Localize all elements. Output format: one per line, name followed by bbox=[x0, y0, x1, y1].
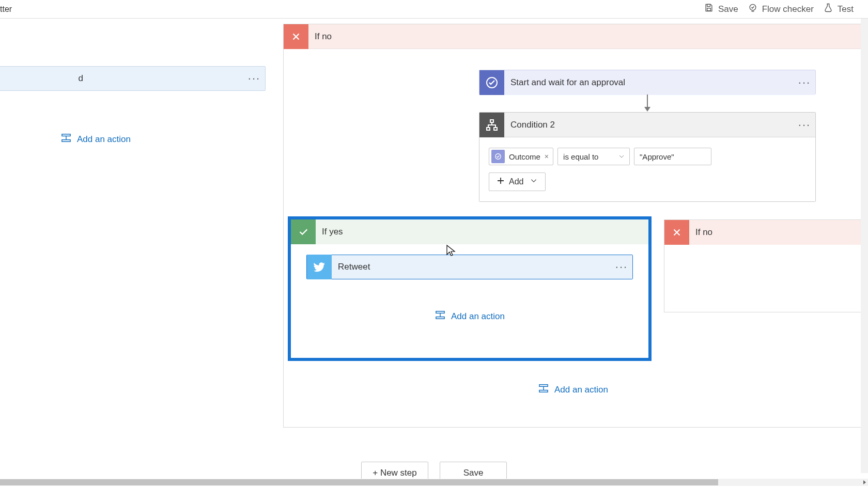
remove-token-icon[interactable]: × bbox=[545, 152, 549, 161]
left-add-action-label: Add an action bbox=[77, 134, 131, 145]
svg-rect-3 bbox=[62, 134, 70, 136]
horizontal-scrollbar-thumb[interactable] bbox=[0, 479, 718, 485]
outer-add-action-label: Add an action bbox=[554, 385, 608, 395]
condition-more-icon[interactable]: ··· bbox=[794, 118, 815, 132]
save-button[interactable]: Save bbox=[704, 3, 738, 15]
inner-if-no-header[interactable]: If no bbox=[664, 220, 868, 245]
outcome-token-label: Outcome bbox=[509, 152, 540, 161]
retweet-more-icon[interactable]: ··· bbox=[611, 260, 632, 274]
condition-body: Outcome × is equal to "Approve" Add bbox=[479, 137, 815, 201]
flow-checker-button[interactable]: Flow checker bbox=[748, 3, 814, 15]
svg-rect-4 bbox=[62, 140, 70, 142]
page-title-fragment: tter bbox=[0, 5, 12, 14]
outer-if-no-label: If no bbox=[308, 32, 332, 42]
chevron-down-icon bbox=[618, 153, 625, 162]
flow-checker-label: Flow checker bbox=[762, 4, 814, 14]
svg-rect-10 bbox=[436, 311, 444, 313]
partial-action-card[interactable]: d ··· bbox=[0, 66, 266, 91]
condition-value-input[interactable]: "Approve" bbox=[634, 148, 711, 165]
inner-if-no-label: If no bbox=[689, 227, 712, 238]
x-icon bbox=[664, 220, 689, 245]
new-step-label: + New step bbox=[373, 468, 417, 478]
partial-action-card-title: d bbox=[0, 73, 243, 84]
inner-if-no-branch[interactable]: If no Add an action bbox=[664, 219, 868, 312]
if-yes-add-action-button[interactable]: Add an action bbox=[291, 310, 648, 322]
inner-if-yes-label: If yes bbox=[316, 227, 343, 237]
condition-add-label: Add bbox=[509, 177, 523, 186]
condition-card[interactable]: Condition 2 ··· Outcome × is equal to bbox=[479, 112, 816, 202]
retweet-action-card[interactable]: Retweet ··· bbox=[306, 255, 633, 279]
svg-rect-0 bbox=[707, 4, 710, 6]
retweet-title: Retweet bbox=[332, 262, 611, 272]
save-label: Save bbox=[718, 4, 738, 14]
insert-step-icon bbox=[538, 384, 549, 396]
inner-if-yes-branch[interactable]: If yes Retweet ··· Add an action bbox=[291, 219, 648, 358]
bottom-save-label: Save bbox=[463, 468, 484, 478]
svg-rect-14 bbox=[539, 385, 548, 387]
test-icon bbox=[823, 3, 833, 15]
x-icon bbox=[284, 24, 308, 49]
condition-icon bbox=[479, 113, 504, 137]
approval-more-icon[interactable]: ··· bbox=[794, 76, 815, 89]
insert-step-icon bbox=[60, 133, 72, 145]
horizontal-scrollbar[interactable] bbox=[0, 479, 868, 486]
inner-if-yes-header[interactable]: If yes bbox=[291, 219, 648, 244]
condition-header[interactable]: Condition 2 ··· bbox=[479, 113, 815, 137]
designer-canvas[interactable]: d ··· Add an action If no Start and wait… bbox=[0, 19, 868, 488]
top-toolbar-actions: Save Flow checker Test bbox=[704, 3, 868, 15]
connector-arrowhead-icon bbox=[644, 107, 650, 112]
chevron-down-icon bbox=[530, 177, 538, 187]
svg-rect-6 bbox=[490, 120, 493, 122]
scroll-right-arrow-icon[interactable] bbox=[861, 479, 868, 486]
insert-step-icon bbox=[435, 310, 446, 322]
approval-title: Start and wait for an approval bbox=[504, 77, 794, 88]
vertical-scrollbar[interactable] bbox=[861, 19, 868, 473]
svg-rect-1 bbox=[707, 8, 711, 11]
outcome-token-icon bbox=[491, 150, 505, 163]
partial-action-card-more-icon[interactable]: ··· bbox=[243, 72, 265, 85]
condition-operator-value: is equal to bbox=[563, 152, 598, 161]
condition-title: Condition 2 bbox=[504, 120, 794, 130]
condition-left-operand[interactable]: Outcome × bbox=[489, 148, 553, 165]
test-label: Test bbox=[838, 4, 854, 14]
if-yes-add-action-label: Add an action bbox=[451, 311, 505, 322]
approval-icon bbox=[479, 70, 504, 95]
check-icon bbox=[291, 219, 316, 244]
outer-if-no-branch: If no Start and wait for an approval ···… bbox=[283, 24, 863, 428]
svg-rect-8 bbox=[494, 128, 497, 130]
condition-add-button[interactable]: Add bbox=[489, 172, 546, 191]
outer-if-no-header[interactable]: If no bbox=[284, 24, 862, 49]
condition-value-text: "Approve" bbox=[640, 152, 674, 161]
svg-rect-7 bbox=[487, 128, 490, 130]
outer-add-action-button[interactable]: Add an action bbox=[284, 384, 862, 396]
top-toolbar: tter Save Flow checker Test bbox=[0, 0, 868, 19]
twitter-icon bbox=[307, 255, 332, 279]
svg-rect-11 bbox=[436, 317, 444, 319]
flow-checker-icon bbox=[748, 3, 758, 15]
condition-row: Outcome × is equal to "Approve" bbox=[489, 148, 806, 165]
approval-action-card[interactable]: Start and wait for an approval ··· bbox=[479, 70, 816, 95]
condition-operator-select[interactable]: is equal to bbox=[557, 148, 630, 165]
plus-icon bbox=[497, 177, 505, 187]
save-icon bbox=[704, 3, 714, 15]
test-button[interactable]: Test bbox=[823, 3, 854, 15]
svg-rect-15 bbox=[539, 390, 548, 392]
left-add-action-button[interactable]: Add an action bbox=[31, 133, 160, 145]
